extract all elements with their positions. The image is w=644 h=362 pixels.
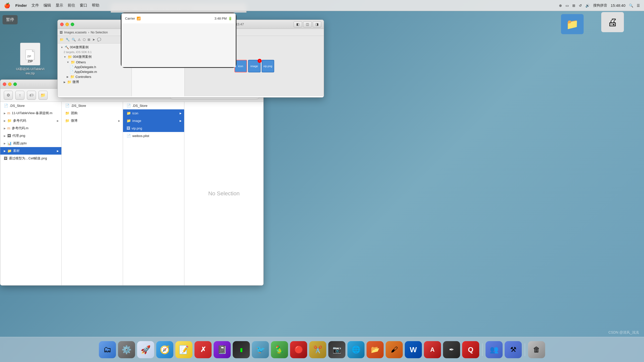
finder-item-ref-code[interactable]: ▶ 📁 参考代码 ▶: [0, 117, 61, 124]
folder-icon-icon: 📁: [127, 111, 131, 115]
finder-item-tableview[interactable]: ▶ m 11-UITableView-备课提纲.m: [0, 109, 61, 117]
item-label-sucai: 素材: [13, 149, 20, 153]
item-label-vip: vip.png: [132, 126, 142, 130]
dock-terminal[interactable]: ▮: [233, 341, 250, 358]
nav-warning-icon[interactable]: ⚠: [78, 38, 81, 41]
share-button[interactable]: ↑: [15, 91, 24, 100]
image-asset-box[interactable]: image !: [248, 60, 261, 72]
dock-prefs[interactable]: ⚙️: [118, 341, 135, 358]
dock-red-app[interactable]: 🔴: [290, 341, 307, 358]
finder-close-button[interactable]: [3, 82, 6, 86]
apple-menu[interactable]: 🍎: [4, 3, 10, 9]
time-machine-icon[interactable]: ↺: [579, 4, 582, 8]
remote-icon[interactable]: ⊞: [572, 4, 575, 8]
debug-toggle[interactable]: ◫: [303, 21, 312, 27]
nav-controllers[interactable]: ▶ 📁 Controllers: [58, 74, 132, 79]
desktop-folder-icon[interactable]: 📁: [561, 14, 584, 34]
indent-arrow-5: ▶: [4, 142, 6, 145]
list-icon[interactable]: ☰: [637, 4, 640, 8]
menubar-go[interactable]: 前往: [68, 3, 75, 8]
dock-x[interactable]: ✗: [194, 341, 212, 358]
finder-item-proxy[interactable]: ▶ 🖼 代理.png: [0, 132, 61, 140]
dock-word[interactable]: W: [405, 341, 422, 358]
nav-weibo[interactable]: ▶ 📁 微博: [58, 79, 132, 85]
finder-item-ds-store-1[interactable]: 📄 .DS_Store: [0, 102, 61, 109]
dock-dev[interactable]: ⚒: [505, 341, 522, 358]
dock-onenote[interactable]: 📓: [214, 341, 231, 358]
finder-item-weibo[interactable]: 📁 微博 ▶: [62, 117, 123, 124]
xcassets-breadcrumb-label[interactable]: Images.xcassets: [64, 31, 87, 34]
controllers-label: Controllers: [75, 75, 91, 79]
finder-item-ds-store-3[interactable]: 📄 .DS_Store: [123, 102, 184, 109]
finder-item-vip[interactable]: 🖼 vip.png: [123, 124, 184, 132]
desktop-zip-file[interactable]: ZIP UI基础06-UITableView.zip: [15, 43, 45, 75]
vip-asset-box[interactable]: vip.png: [262, 60, 274, 72]
menubar-window[interactable]: 窗口: [80, 3, 87, 8]
finder-maximize-button[interactable]: [13, 82, 17, 86]
dock-scissors[interactable]: ✂️: [309, 341, 326, 358]
menubar-file[interactable]: 文件: [31, 3, 39, 8]
close-button[interactable]: [60, 23, 64, 26]
finder-item-tuangou[interactable]: 📁 团购: [62, 109, 123, 117]
menubar-view[interactable]: 显示: [56, 3, 63, 8]
volume-icon[interactable]: 🔊: [585, 4, 590, 8]
desktop: 🍎 Finder 文件 编辑 显示 前往 窗口 帮助 ⊕ ▭ ⊞ ↺ 🔊 搜狗拼…: [0, 0, 644, 362]
tag-button[interactable]: 🏷: [27, 91, 36, 100]
dock-a1[interactable]: A: [424, 341, 441, 358]
utility-toggle[interactable]: ◨: [313, 21, 321, 27]
item-label: .DS_Store: [10, 104, 25, 108]
finder-col-3: 📄 .DS_Store 📁 icon ▶ 📁 image ▶ 🖼 vip.png: [123, 102, 184, 285]
nav-search-icon[interactable]: 🔍: [72, 38, 76, 41]
sougou-icon[interactable]: 搜狗拼音: [593, 3, 607, 8]
nav-arrow-icon[interactable]: ➤: [92, 38, 95, 41]
airplay-icon[interactable]: ▭: [566, 4, 569, 8]
nav-comment-icon[interactable]: 💬: [97, 38, 101, 41]
dock-ftp[interactable]: 📂: [367, 341, 384, 358]
navigator-toggle[interactable]: ◧: [294, 21, 302, 27]
search-icon[interactable]: 🔍: [629, 4, 633, 8]
finder-item-cell[interactable]: 🖼 通过模型为…Cell赋值.png: [0, 155, 61, 162]
finder-item-ref-code-m[interactable]: ▶ m 参考代码.m: [0, 124, 61, 132]
finder-item-icon-folder[interactable]: 📁 icon ▶: [123, 109, 184, 117]
nav-grid-icon[interactable]: ⊞: [88, 38, 90, 41]
m-file-icon: 📄: [70, 70, 73, 74]
pause-button[interactable]: 暂停: [3, 15, 18, 24]
nav-folder-icon[interactable]: 📁: [60, 38, 64, 41]
finder-item-pptx[interactable]: ▶ 📊 画图.pptx: [0, 140, 61, 147]
dock-brush[interactable]: 🖌: [386, 341, 403, 358]
nav-breakpoint-icon[interactable]: ⬡: [83, 38, 86, 41]
finder-item-image-folder[interactable]: 📁 image ▶: [123, 117, 184, 124]
dock-finder[interactable]: 🗂: [99, 341, 116, 358]
settings-button[interactable]: ⚙: [4, 91, 13, 100]
menubar-edit[interactable]: 编辑: [44, 3, 51, 8]
finder-item-weibos-plist[interactable]: 📄 weibos.plist: [123, 132, 184, 140]
new-folder-button[interactable]: 📁: [38, 91, 48, 100]
finder-item-ds-store-2[interactable]: 📄 .DS_Store: [62, 102, 123, 109]
menubar-help[interactable]: 帮助: [92, 3, 99, 8]
dock-migrate[interactable]: 🐦: [252, 341, 269, 358]
finder-minimize-button[interactable]: [8, 82, 12, 86]
nav-source-icon[interactable]: 🔧: [66, 38, 70, 41]
image-folder-arrow: ▶: [180, 119, 182, 122]
finder-item-sucai[interactable]: ▶ 📁 素材 ▶: [0, 147, 61, 155]
dock-a2[interactable]: ✒: [443, 341, 460, 358]
dock-safari[interactable]: 🧭: [156, 341, 173, 358]
dock-notes[interactable]: 📝: [175, 341, 192, 358]
dock-launchpad[interactable]: 🚀: [137, 341, 154, 358]
dock-people[interactable]: 👥: [486, 341, 503, 358]
dock-app1[interactable]: 🦜: [271, 341, 288, 358]
control-center-icon[interactable]: ⊕: [559, 4, 562, 8]
maximize-button[interactable]: [71, 23, 74, 26]
menubar-finder[interactable]: Finder: [15, 3, 27, 8]
dock-q[interactable]: Q: [462, 341, 479, 358]
minimize-button[interactable]: [65, 23, 69, 26]
dock-globe[interactable]: 🌐: [347, 341, 365, 358]
desktop-printer-icon[interactable]: 🖨: [601, 12, 624, 32]
cell-icon: 🖼: [4, 156, 7, 160]
pptx-icon: 📊: [7, 141, 12, 145]
nav-appdelegate-m[interactable]: 📄 AppDelegate.m: [58, 69, 132, 74]
dock-camera[interactable]: 📷: [328, 341, 345, 358]
weibo-label: 微博: [72, 80, 79, 84]
dock-trash[interactable]: 🗑: [528, 341, 545, 358]
image-asset-label: image: [251, 65, 258, 68]
